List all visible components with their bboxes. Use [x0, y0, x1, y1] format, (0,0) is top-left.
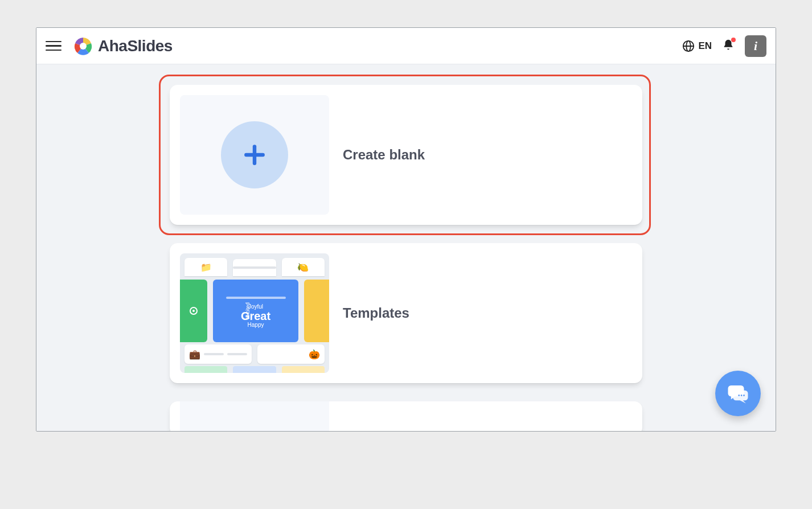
create-blank-card[interactable]: Create blank	[170, 85, 642, 225]
svg-point-10	[741, 395, 743, 396]
info-icon: i	[754, 39, 757, 54]
create-blank-label: Create blank	[343, 147, 425, 163]
plus-icon	[242, 142, 267, 167]
menu-icon[interactable]	[46, 38, 61, 54]
template-word-side: Excited	[245, 302, 251, 319]
chat-icon	[726, 381, 750, 405]
brand-logo-icon	[73, 36, 93, 56]
brand[interactable]: AhaSlides	[73, 36, 173, 56]
svg-point-9	[738, 395, 740, 396]
template-word-bottom: Happy	[248, 322, 264, 329]
info-button[interactable]: i	[745, 35, 766, 57]
svg-point-8	[192, 310, 195, 312]
notifications-button[interactable]	[722, 38, 735, 54]
next-card-thumbnail	[180, 401, 329, 431]
svg-point-1	[80, 43, 87, 50]
card-column: Create blank 📁 🍋	[170, 85, 642, 431]
svg-point-11	[743, 395, 745, 396]
globe-icon	[682, 40, 695, 52]
next-card-partial[interactable]	[170, 401, 642, 431]
brand-name: AhaSlides	[98, 37, 173, 55]
app-window: AhaSlides EN i	[36, 27, 776, 432]
templates-thumbnail: 📁 🍋 Joyful Great Happy Exc	[180, 253, 329, 373]
main-content[interactable]: Create blank 📁 🍋	[36, 64, 776, 431]
create-blank-thumbnail	[180, 95, 329, 215]
plus-circle	[221, 121, 288, 188]
top-bar-right: EN i	[682, 35, 766, 57]
top-bar: AhaSlides EN i	[36, 28, 776, 64]
chat-button[interactable]	[715, 371, 761, 416]
templates-card[interactable]: 📁 🍋 Joyful Great Happy Exc	[170, 243, 642, 383]
language-label: EN	[698, 40, 712, 52]
templates-label: Templates	[343, 305, 409, 321]
notification-dot	[731, 38, 736, 42]
language-switcher[interactable]: EN	[682, 40, 712, 52]
